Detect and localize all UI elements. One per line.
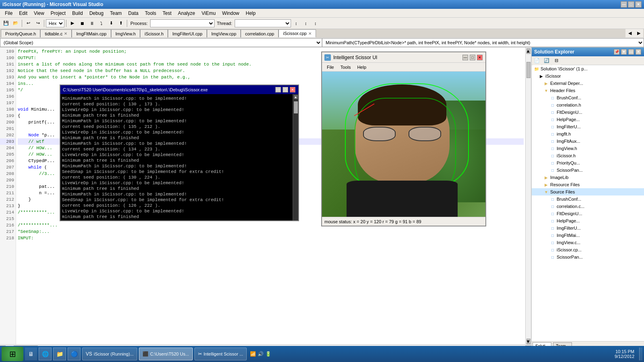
menu-team[interactable]: Team [107, 10, 125, 17]
tab-correlation[interactable]: correlation.cpp [241, 29, 279, 37]
maximize-button[interactable]: □ [628, 1, 634, 8]
toolbar-save[interactable]: 💾 [2, 19, 10, 28]
se-project-node[interactable]: ▶ iScissor [532, 72, 644, 80]
img-menu-help[interactable]: Help [354, 64, 369, 70]
taskbar-console-item[interactable]: ⬛ C:\Users\T520 Us... [139, 348, 193, 360]
toolbar-extra2[interactable]: ↕ [301, 19, 310, 28]
hex-dropdown[interactable]: Hex [46, 19, 64, 27]
menu-debug[interactable]: Debug [86, 10, 107, 17]
toolbar-debug-pause[interactable]: ⏸ [87, 19, 96, 28]
function-dropdown[interactable]: MinimumPath(CTypedPtrDblList<Node>* path… [322, 38, 644, 47]
menu-file[interactable]: File [2, 10, 16, 17]
toolbar-debug-start[interactable]: ▶ [68, 19, 77, 28]
se-imagelib-folder[interactable]: ▶ ImageLib [532, 174, 644, 181]
img-menu-tools[interactable]: Tools [337, 64, 354, 70]
tab-iscissor-cpp[interactable]: iScissor.cpp✕ [279, 29, 316, 37]
img-menu-file[interactable]: File [324, 64, 337, 70]
se-imgfilteru-h[interactable]: □ ImgFilterU... [532, 123, 644, 130]
se-fltdesignu-h[interactable]: □ FltDesignU... [532, 109, 644, 116]
se-source-folder[interactable]: ▼ Source Files [532, 188, 644, 195]
taskbar-ie-icon[interactable]: 🌐 [39, 348, 52, 360]
console-scroll-up[interactable]: ▲ [294, 95, 298, 99]
taskbar-clock[interactable]: 10:15 PM 9/12/2012 [611, 349, 638, 359]
se-brushconf-cpp[interactable]: □ BrushConf... [532, 195, 644, 203]
se-brushconf-h[interactable]: □ BrushConf... [532, 94, 644, 101]
tab-imgfltmain[interactable]: ImgFltMain.cpp [72, 29, 111, 37]
scroll-thumb[interactable] [526, 62, 530, 78]
se-scissorpan-h[interactable]: □ ScissorPan... [532, 167, 644, 174]
se-external-deps[interactable]: ▶ External Deper... [532, 80, 644, 87]
menu-test[interactable]: Test [159, 10, 175, 17]
se-helppage-h[interactable]: □ HelpPage... [532, 116, 644, 123]
tab-imgfilterui[interactable]: ImgFilterUI.cpp [168, 29, 207, 37]
se-imgfilteru-cpp[interactable]: □ ImgFilterU... [532, 224, 644, 232]
toolbar-open[interactable]: 📂 [11, 19, 20, 28]
se-resource-folder[interactable]: ▶ Resource Files [532, 181, 644, 188]
img-display[interactable] [322, 72, 485, 217]
tab-scroll-left[interactable]: ◀ [625, 29, 634, 37]
se-imgfltaux-h[interactable]: □ ImgFltAux... [532, 138, 644, 145]
img-minimize[interactable]: — [462, 55, 468, 60]
minimize-button[interactable]: — [621, 1, 627, 8]
console-scrollbar[interactable]: ▲ [293, 94, 298, 220]
se-priorityqu-h[interactable]: □ PriorityQu... [532, 159, 644, 167]
se-arrow[interactable]: ▼ [621, 49, 627, 55]
console-close[interactable]: ✕ [290, 87, 295, 93]
menu-project[interactable]: Project [47, 10, 69, 17]
se-correlation-h[interactable]: □ correlation.h [532, 101, 644, 109]
start-button[interactable]: ⊞ [2, 347, 23, 361]
menu-edit[interactable]: Edit [16, 10, 31, 17]
scroll-down-btn[interactable]: ▼ [526, 339, 530, 344]
toolbar-debug-stop[interactable]: ⏹ [78, 19, 87, 28]
se-properties-btn[interactable]: 📄 [533, 56, 541, 65]
menu-analyze[interactable]: Analyze [175, 10, 198, 17]
console-maximize[interactable]: □ [283, 87, 288, 93]
menu-view[interactable]: View [31, 10, 47, 17]
toolbar-step-out[interactable]: ⬆ [116, 19, 125, 28]
se-correlation-cpp[interactable]: □ correlation.c... [532, 203, 644, 210]
close-button[interactable]: ✕ [635, 1, 642, 8]
toolbar-step-in[interactable]: ⬇ [107, 19, 116, 28]
battery-icon[interactable]: 🔋 [265, 351, 271, 357]
menu-tools[interactable]: Tools [142, 10, 159, 17]
scope-dropdown[interactable]: (Global Scope) [0, 38, 322, 47]
tab-close-tidtable[interactable]: ✕ [64, 31, 67, 36]
tab-iscissor-h[interactable]: iScissor.h [140, 29, 168, 37]
tab-priorityqueue[interactable]: PriorityQueue.h [1, 29, 40, 37]
se-scissorpan-cpp[interactable]: □ ScissorPan... [532, 253, 644, 261]
se-imgview-h[interactable]: □ ImgView.h [532, 145, 644, 152]
menu-data[interactable]: Data [125, 10, 142, 17]
menu-viemu[interactable]: ViEmu [198, 10, 219, 17]
menu-build[interactable]: Build [69, 10, 86, 17]
console-scroll-thumb[interactable] [294, 101, 298, 113]
tab-close-iscissor[interactable]: ✕ [308, 31, 312, 36]
se-helppage-cpp[interactable]: □ HelpPage... [532, 217, 644, 224]
img-close[interactable]: ✕ [477, 55, 483, 60]
taskbar-vs-item[interactable]: VS iScissor (Running)... [82, 348, 137, 360]
tab-tidtable[interactable]: tidtable.c✕ [40, 29, 72, 37]
se-fltdesignu-cpp[interactable]: □ FltDesignU... [532, 210, 644, 217]
tab-imgview-h[interactable]: ImgView.h [111, 29, 140, 37]
se-pin[interactable]: 📌 [614, 49, 619, 55]
toolbar-extra3[interactable]: ↕ [311, 19, 320, 28]
menu-window[interactable]: Window [219, 10, 243, 17]
network-icon[interactable]: 📶 [250, 351, 256, 357]
se-refresh-btn[interactable]: 🔄 [542, 56, 551, 65]
se-imgfltmai-cpp[interactable]: □ ImgFltMai... [532, 232, 644, 239]
sound-icon[interactable]: 🔊 [258, 351, 264, 357]
se-header-files-folder[interactable]: ▼ Header Files [532, 87, 644, 94]
menu-help[interactable]: Help [243, 10, 259, 17]
se-imgview-cpp[interactable]: □ ImgView.c... [532, 239, 644, 246]
console-minimize[interactable]: — [275, 87, 281, 93]
code-vertical-scrollbar[interactable]: ▲ ▼ [525, 47, 531, 344]
se-close[interactable]: ✕ [636, 49, 641, 55]
tab-scroll-right[interactable]: ▶ [634, 29, 643, 37]
se-collapse-btn[interactable]: ⊟ [552, 56, 561, 65]
taskbar-folder-icon[interactable]: 📁 [53, 348, 66, 360]
se-solution-node[interactable]: 📁 Solution 'iScissor' (1 p... [532, 65, 644, 72]
se-iscissor-h[interactable]: □ iScissor.h [532, 152, 644, 159]
taskbar-img-item[interactable]: ✂ Intelligent Scissor ... [194, 348, 247, 360]
toolbar-redo[interactable]: ↪ [33, 19, 42, 28]
taskbar-chrome-icon[interactable]: 🔵 [68, 348, 80, 360]
taskbar-show-desktop[interactable]: 🖥 [25, 348, 37, 360]
